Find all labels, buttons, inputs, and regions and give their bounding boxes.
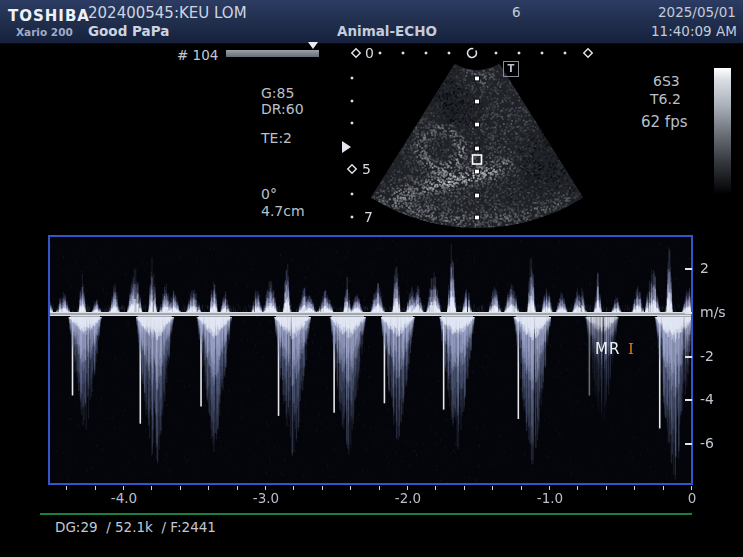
patient-name: Good PaPa — [88, 23, 169, 39]
probe-name: 6S3 — [653, 73, 680, 89]
date-display: 2025/05/01 — [658, 4, 736, 20]
time-tick-label: -4.0 — [109, 490, 139, 506]
time-tick — [606, 486, 607, 490]
time-tick — [634, 486, 635, 490]
time-tick — [521, 486, 522, 490]
time-tick — [379, 486, 380, 490]
thermal-index: T6.2 — [650, 91, 681, 107]
depth-ruler-label-7: 7 — [364, 209, 373, 225]
velocity-tick-label: -2 — [700, 348, 714, 364]
patient-id: 202400545:KEU LOM — [88, 4, 247, 22]
velocity-tick-label: m/s — [700, 304, 726, 320]
time-tick-label: -1.0 — [535, 490, 565, 506]
time-tick — [208, 486, 209, 490]
probe-orientation-mark: T — [503, 61, 519, 77]
time-tick — [322, 486, 323, 490]
time-tick — [95, 486, 96, 490]
velocity-tick-label: 2 — [700, 260, 709, 276]
time-tick — [663, 486, 664, 490]
grayscale-bar — [714, 68, 731, 194]
exam-frame-count: 6 — [512, 4, 521, 20]
time-tick — [293, 486, 294, 490]
velocity-tick-label: -6 — [700, 435, 714, 451]
spectral-doppler-trace — [50, 237, 691, 483]
velocity-tick — [685, 268, 692, 270]
time-tick — [151, 486, 152, 490]
time-tick-label: -2.0 — [393, 490, 423, 506]
time-tick — [492, 486, 493, 490]
time-tick — [350, 486, 351, 490]
dynamic-range-value: DR:60 — [261, 101, 304, 117]
device-model: Xario 200 — [16, 26, 73, 38]
edge-enhance-value: TE:2 — [261, 130, 292, 146]
time-tick — [464, 486, 465, 490]
bmode-sector-image — [340, 45, 625, 235]
ecg-trace-line — [40, 513, 692, 515]
exam-preset: Animal-ECHO — [337, 23, 437, 39]
velocity-tick — [685, 356, 692, 358]
velocity-tick — [685, 443, 692, 445]
time-tick — [180, 486, 181, 490]
depth-ruler-label-0: 0 — [365, 45, 374, 61]
framerate-value: 62 fps — [641, 113, 687, 131]
annotation-text: MR — [595, 340, 620, 358]
time-tick-label: -3.0 — [251, 490, 281, 506]
top-status-bar: TOSHIBA Xario 200 202400545:KEU LOM Good… — [0, 0, 743, 44]
time-tick — [577, 486, 578, 490]
velocity-tick-label: -4 — [700, 391, 714, 407]
time-tick — [237, 486, 238, 490]
cine-frame-label: # 104 — [177, 47, 218, 63]
doppler-status-readout: DG:29 / 52.1k / F:2441 — [55, 519, 216, 535]
gate-depth-value: 4.7cm — [261, 203, 305, 219]
brand-logo: TOSHIBA — [8, 7, 90, 25]
ultrasound-screen: TOSHIBA Xario 200 202400545:KEU LOM Good… — [0, 0, 743, 557]
velocity-tick — [685, 399, 692, 401]
text-cursor-icon: I — [628, 340, 634, 358]
cine-progress-bar[interactable] — [226, 50, 319, 57]
depth-ruler-label-5: 5 — [362, 161, 371, 177]
gain-value: G:85 — [261, 85, 294, 101]
time-display: 11:40:09 AM — [651, 23, 737, 39]
velocity-tick — [685, 312, 692, 314]
time-tick-label: 0 — [677, 490, 707, 506]
steer-angle-value: 0° — [261, 186, 277, 202]
time-tick — [435, 486, 436, 490]
cine-position-marker-icon — [308, 42, 318, 49]
time-tick — [66, 486, 67, 490]
